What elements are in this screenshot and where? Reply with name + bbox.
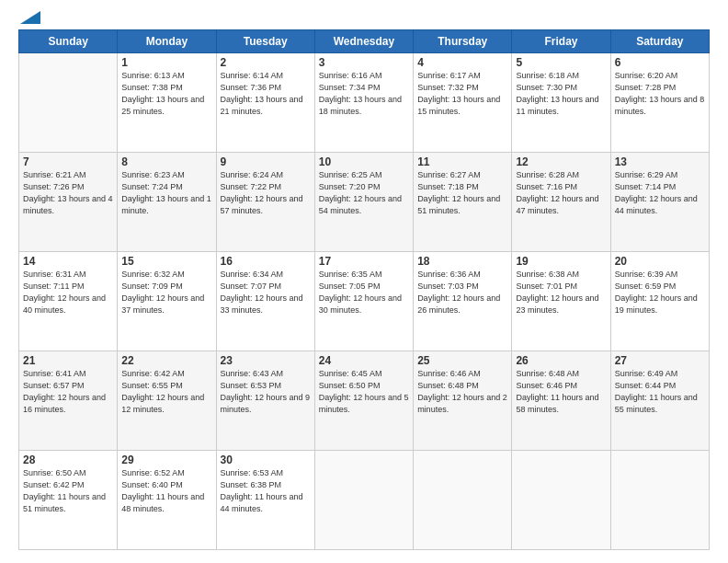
day-info: Sunrise: 6:39 AMSunset: 6:59 PMDaylight:… bbox=[615, 269, 705, 316]
header bbox=[18, 17, 710, 24]
day-info: Sunrise: 6:36 AMSunset: 7:03 PMDaylight:… bbox=[417, 269, 507, 316]
calendar-cell: 10Sunrise: 6:25 AMSunset: 7:20 PMDayligh… bbox=[314, 153, 413, 252]
calendar-cell: 22Sunrise: 6:42 AMSunset: 6:55 PMDayligh… bbox=[118, 351, 216, 451]
calendar-cell: 9Sunrise: 6:24 AMSunset: 7:22 PMDaylight… bbox=[216, 153, 314, 252]
calendar-cell bbox=[610, 451, 709, 550]
header-tuesday: Tuesday bbox=[216, 30, 314, 53]
calendar-cell: 8Sunrise: 6:23 AMSunset: 7:24 PMDaylight… bbox=[118, 153, 216, 252]
calendar-cell: 24Sunrise: 6:45 AMSunset: 6:50 PMDayligh… bbox=[314, 351, 413, 451]
day-info: Sunrise: 6:41 AMSunset: 6:57 PMDaylight:… bbox=[23, 368, 113, 416]
day-number: 12 bbox=[516, 155, 606, 168]
calendar-cell: 5Sunrise: 6:18 AMSunset: 7:30 PMDaylight… bbox=[512, 53, 610, 153]
calendar-cell: 20Sunrise: 6:39 AMSunset: 6:59 PMDayligh… bbox=[610, 252, 709, 351]
day-number: 8 bbox=[121, 155, 211, 168]
calendar-week-row: 28Sunrise: 6:50 AMSunset: 6:42 PMDayligh… bbox=[19, 451, 710, 550]
calendar-cell: 2Sunrise: 6:14 AMSunset: 7:36 PMDaylight… bbox=[216, 53, 314, 153]
day-number: 18 bbox=[417, 255, 507, 268]
calendar-cell: 7Sunrise: 6:21 AMSunset: 7:26 PMDaylight… bbox=[19, 153, 118, 252]
day-info: Sunrise: 6:21 AMSunset: 7:26 PMDaylight:… bbox=[23, 169, 113, 217]
day-number: 19 bbox=[516, 255, 606, 268]
day-number: 15 bbox=[121, 255, 211, 268]
day-info: Sunrise: 6:42 AMSunset: 6:55 PMDaylight:… bbox=[121, 368, 211, 416]
calendar-cell: 16Sunrise: 6:34 AMSunset: 7:07 PMDayligh… bbox=[216, 252, 314, 351]
page: Sunday Monday Tuesday Wednesday Thursday… bbox=[0, 0, 728, 563]
day-info: Sunrise: 6:46 AMSunset: 6:48 PMDaylight:… bbox=[417, 368, 507, 416]
day-number: 26 bbox=[516, 354, 606, 367]
header-wednesday: Wednesday bbox=[314, 30, 413, 53]
logo-icon bbox=[20, 11, 40, 24]
day-number: 25 bbox=[417, 354, 507, 367]
day-info: Sunrise: 6:29 AMSunset: 7:14 PMDaylight:… bbox=[615, 169, 705, 217]
day-info: Sunrise: 6:52 AMSunset: 6:40 PMDaylight:… bbox=[121, 467, 211, 515]
calendar-cell: 23Sunrise: 6:43 AMSunset: 6:53 PMDayligh… bbox=[216, 351, 314, 451]
day-info: Sunrise: 6:48 AMSunset: 6:46 PMDaylight:… bbox=[516, 368, 606, 416]
header-sunday: Sunday bbox=[19, 30, 118, 53]
day-info: Sunrise: 6:43 AMSunset: 6:53 PMDaylight:… bbox=[221, 368, 311, 416]
calendar-cell: 6Sunrise: 6:20 AMSunset: 7:28 PMDaylight… bbox=[610, 53, 709, 153]
calendar-cell: 1Sunrise: 6:13 AMSunset: 7:38 PMDaylight… bbox=[118, 53, 216, 153]
day-number: 9 bbox=[221, 155, 311, 168]
day-number: 5 bbox=[516, 56, 606, 69]
day-info: Sunrise: 6:16 AMSunset: 7:34 PMDaylight:… bbox=[319, 70, 409, 118]
day-number: 6 bbox=[615, 56, 705, 69]
calendar-week-row: 1Sunrise: 6:13 AMSunset: 7:38 PMDaylight… bbox=[19, 53, 710, 153]
day-number: 13 bbox=[615, 155, 705, 168]
calendar-cell: 25Sunrise: 6:46 AMSunset: 6:48 PMDayligh… bbox=[414, 351, 512, 451]
calendar-week-row: 7Sunrise: 6:21 AMSunset: 7:26 PMDaylight… bbox=[19, 153, 710, 252]
calendar-cell: 27Sunrise: 6:49 AMSunset: 6:44 PMDayligh… bbox=[610, 351, 709, 451]
weekday-header-row: Sunday Monday Tuesday Wednesday Thursday… bbox=[19, 30, 710, 53]
calendar-cell: 30Sunrise: 6:53 AMSunset: 6:38 PMDayligh… bbox=[216, 451, 314, 550]
day-number: 23 bbox=[221, 354, 311, 367]
day-number: 27 bbox=[615, 354, 705, 367]
calendar-cell bbox=[19, 53, 118, 153]
day-info: Sunrise: 6:27 AMSunset: 7:18 PMDaylight:… bbox=[417, 169, 507, 217]
day-info: Sunrise: 6:31 AMSunset: 7:11 PMDaylight:… bbox=[23, 269, 113, 316]
calendar-cell: 12Sunrise: 6:28 AMSunset: 7:16 PMDayligh… bbox=[512, 153, 610, 252]
day-number: 28 bbox=[23, 454, 113, 466]
day-info: Sunrise: 6:14 AMSunset: 7:36 PMDaylight:… bbox=[221, 70, 311, 118]
day-info: Sunrise: 6:53 AMSunset: 6:38 PMDaylight:… bbox=[221, 467, 311, 515]
calendar-cell: 11Sunrise: 6:27 AMSunset: 7:18 PMDayligh… bbox=[414, 153, 512, 252]
header-monday: Monday bbox=[118, 30, 216, 53]
day-number: 1 bbox=[121, 56, 211, 69]
day-number: 29 bbox=[121, 454, 211, 466]
day-number: 24 bbox=[319, 354, 409, 367]
day-info: Sunrise: 6:38 AMSunset: 7:01 PMDaylight:… bbox=[516, 269, 606, 316]
calendar-cell: 14Sunrise: 6:31 AMSunset: 7:11 PMDayligh… bbox=[19, 252, 118, 351]
header-friday: Friday bbox=[512, 30, 610, 53]
calendar-cell: 19Sunrise: 6:38 AMSunset: 7:01 PMDayligh… bbox=[512, 252, 610, 351]
day-number: 14 bbox=[23, 255, 113, 268]
calendar-cell: 29Sunrise: 6:52 AMSunset: 6:40 PMDayligh… bbox=[118, 451, 216, 550]
calendar-table: Sunday Monday Tuesday Wednesday Thursday… bbox=[18, 29, 710, 550]
day-number: 10 bbox=[319, 155, 409, 168]
day-number: 7 bbox=[23, 155, 113, 168]
calendar-cell bbox=[512, 451, 610, 550]
calendar-cell: 28Sunrise: 6:50 AMSunset: 6:42 PMDayligh… bbox=[19, 451, 118, 550]
calendar-week-row: 21Sunrise: 6:41 AMSunset: 6:57 PMDayligh… bbox=[19, 351, 710, 451]
logo bbox=[18, 17, 40, 24]
day-info: Sunrise: 6:24 AMSunset: 7:22 PMDaylight:… bbox=[221, 169, 311, 217]
day-number: 21 bbox=[23, 354, 113, 367]
day-info: Sunrise: 6:25 AMSunset: 7:20 PMDaylight:… bbox=[319, 169, 409, 217]
day-info: Sunrise: 6:50 AMSunset: 6:42 PMDaylight:… bbox=[23, 467, 113, 515]
calendar-cell: 15Sunrise: 6:32 AMSunset: 7:09 PMDayligh… bbox=[118, 252, 216, 351]
calendar-cell: 4Sunrise: 6:17 AMSunset: 7:32 PMDaylight… bbox=[414, 53, 512, 153]
calendar-cell: 21Sunrise: 6:41 AMSunset: 6:57 PMDayligh… bbox=[19, 351, 118, 451]
day-info: Sunrise: 6:49 AMSunset: 6:44 PMDaylight:… bbox=[615, 368, 705, 416]
calendar-cell: 26Sunrise: 6:48 AMSunset: 6:46 PMDayligh… bbox=[512, 351, 610, 451]
svg-marker-0 bbox=[20, 11, 40, 24]
calendar-cell: 3Sunrise: 6:16 AMSunset: 7:34 PMDaylight… bbox=[314, 53, 413, 153]
calendar-week-row: 14Sunrise: 6:31 AMSunset: 7:11 PMDayligh… bbox=[19, 252, 710, 351]
day-info: Sunrise: 6:35 AMSunset: 7:05 PMDaylight:… bbox=[319, 269, 409, 316]
header-thursday: Thursday bbox=[414, 30, 512, 53]
day-number: 30 bbox=[221, 454, 311, 466]
day-info: Sunrise: 6:17 AMSunset: 7:32 PMDaylight:… bbox=[417, 70, 507, 118]
day-number: 2 bbox=[221, 56, 311, 69]
day-number: 16 bbox=[221, 255, 311, 268]
day-info: Sunrise: 6:18 AMSunset: 7:30 PMDaylight:… bbox=[516, 70, 606, 118]
calendar-cell: 18Sunrise: 6:36 AMSunset: 7:03 PMDayligh… bbox=[414, 252, 512, 351]
day-info: Sunrise: 6:23 AMSunset: 7:24 PMDaylight:… bbox=[121, 169, 211, 217]
calendar-cell: 17Sunrise: 6:35 AMSunset: 7:05 PMDayligh… bbox=[314, 252, 413, 351]
day-info: Sunrise: 6:34 AMSunset: 7:07 PMDaylight:… bbox=[221, 269, 311, 316]
calendar-cell: 13Sunrise: 6:29 AMSunset: 7:14 PMDayligh… bbox=[610, 153, 709, 252]
